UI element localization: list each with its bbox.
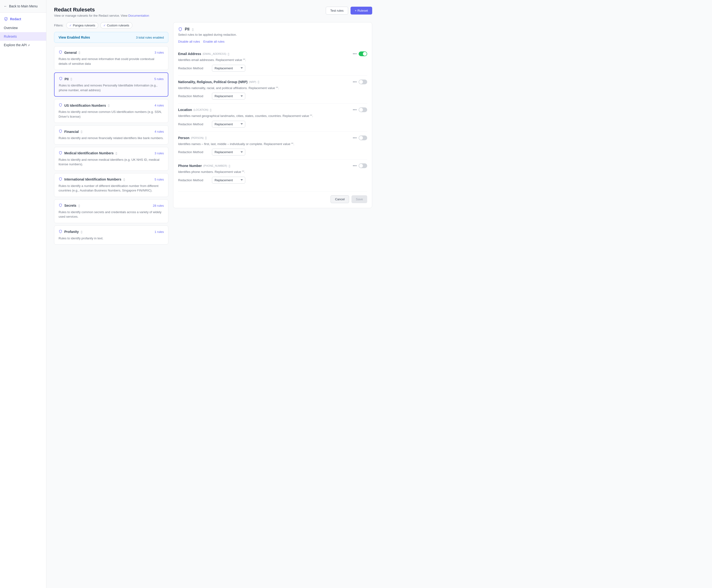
ruleset-count: 5 rules [154,77,164,81]
save-button[interactable]: Save [352,195,367,203]
ruleset-name: General [64,51,77,55]
rule-tag: (LOCATION) [193,108,208,111]
page-subtitle: View or manage rulesets for the Redact s… [54,14,149,17]
ruleset-name: Medical Identification Numbers [64,151,113,155]
rule-tag: (EMAIL_ADDRESS) [203,52,227,55]
rule-actions: ••• [353,135,367,140]
content-layout: Filters: ✓Pangea rulesets✓Custom ruleset… [54,22,372,247]
redact-icon [4,17,8,21]
ruleset-card-us-id[interactable]: US Identification Numbers ▯ 4 rules Rule… [54,99,168,123]
ruleset-name: US Identification Numbers [64,104,106,107]
pii-icon [178,27,183,31]
redaction-method-select[interactable]: Replacement Masking Hashing [212,149,245,155]
redaction-method-label: Redaction Method [178,66,209,70]
back-arrow-icon: ← [4,4,7,8]
test-rules-button[interactable]: Test rules [326,7,348,15]
ruleset-desc: Rules to identifies and removes Personal… [59,83,164,92]
back-label: Back to Main Menu [9,4,38,8]
rule-more-icon[interactable]: ••• [353,108,357,112]
sidebar-item-overview[interactable]: Overview [0,24,46,32]
page-header: Redact Rulesets View or manage rulesets … [54,7,372,17]
add-ruleset-button[interactable]: + Ruleset [351,7,372,15]
page-title-section: Redact Rulesets View or manage rulesets … [54,7,149,17]
rule-toggle[interactable] [359,163,367,168]
redaction-method-select[interactable]: Replacement Masking Hashing [212,177,245,184]
external-link-icon: ↗ [28,44,30,47]
filter-chip-custom[interactable]: ✓Custom rulesets [100,22,132,28]
rule-copy-icon[interactable]: ▯ [229,164,230,168]
enable-all-button[interactable]: Enable all rules [203,40,225,43]
rule-name: Nationality, Religious, Political Group … [178,80,247,84]
rule-copy-icon[interactable]: ▯ [258,80,259,84]
rule-more-icon[interactable]: ••• [353,80,357,84]
rule-method: Redaction Method Replacement Masking Has… [178,177,367,184]
copy-icon[interactable]: ▯ [123,178,125,181]
copy-icon[interactable]: ▯ [81,230,82,234]
redaction-method-label: Redaction Method [178,150,209,154]
rule-more-icon[interactable]: ••• [353,136,357,140]
rule-method: Redaction Method Replacement Masking Has… [178,65,367,72]
ruleset-card-profanity[interactable]: Profanity ▯ 1 rules Rules to identify pr… [54,226,168,245]
right-panel: PII ▯ Select rules to be applied during … [173,22,372,208]
rule-copy-icon[interactable]: ▯ [228,52,229,56]
rule-name: Person [178,136,189,140]
copy-icon[interactable]: ▯ [81,130,82,133]
filters-label: Filters: [54,24,63,27]
ruleset-card-pii[interactable]: PII ▯ 5 rules Rules to identifies and re… [54,72,168,97]
copy-icon[interactable]: ▯ [79,51,80,54]
redaction-method-label: Redaction Method [178,122,209,126]
ruleset-card-general[interactable]: General ▯ 3 rules Rules to identify and … [54,46,168,70]
ruleset-name: Financial [64,130,79,133]
cancel-button[interactable]: Cancel [331,195,349,203]
rp-copy-icon[interactable]: ▯ [192,28,194,31]
rules-list: Email Address (EMAIL_ADDRESS) ▯ ••• Iden… [178,48,367,187]
rule-toggle[interactable] [359,135,367,140]
ruleset-desc: Rules to identify a number of different … [59,184,164,193]
ruleset-card-financial[interactable]: Financial ▯ 4 rules Rules to identify an… [54,125,168,145]
ruleset-count: 4 rules [154,130,164,133]
back-button[interactable]: ← Back to Main Menu [0,0,46,13]
ruleset-cards-container: General ▯ 3 rules Rules to identify and … [54,46,168,245]
rule-item-nrp: Nationality, Religious, Political Group … [178,76,367,104]
redaction-method-select[interactable]: Replacement Masking Hashing [212,93,245,100]
rule-more-icon[interactable]: ••• [353,164,357,168]
ruleset-card-secrets[interactable]: Secrets ▯ 28 rules Rules to identify com… [54,200,168,223]
check-icon: ✓ [69,24,72,27]
rule-name: Phone Number [178,164,202,168]
redaction-method-select[interactable]: Replacement Masking Hashing [212,65,245,72]
rule-toggle[interactable] [359,107,367,112]
rule-desc: Identifies names – first, last, middle –… [178,142,367,146]
rule-toggle[interactable] [359,51,367,56]
disable-all-button[interactable]: Disable all rules [178,40,200,43]
sidebar-item-rulesets[interactable]: Rulesets [0,32,46,41]
page-title: Redact Rulesets [54,7,149,13]
rule-method: Redaction Method Replacement Masking Has… [178,121,367,128]
ruleset-icon [59,203,62,208]
ruleset-icon [59,151,62,155]
sidebar-section-redact: Redact [0,15,46,24]
rule-toggle[interactable] [359,80,367,84]
rule-method: Redaction Method Replacement Masking Has… [178,149,367,155]
rule-item-phone: Phone Number (PHONE_NUMBER) ▯ ••• Identi… [178,160,367,187]
rule-copy-icon[interactable]: ▯ [210,108,211,112]
copy-icon[interactable]: ▯ [78,204,80,207]
copy-icon[interactable]: ▯ [108,104,109,107]
sidebar-section-label: Redact [10,17,21,21]
redaction-method-select[interactable]: Replacement Masking Hashing [212,121,245,128]
sidebar-label: Explore the API [4,43,27,47]
rule-tag: (PERSON) [191,136,204,139]
rule-copy-icon[interactable]: ▯ [205,136,207,140]
ruleset-count: 28 rules [153,204,164,207]
rule-more-icon[interactable]: ••• [353,52,357,56]
ruleset-count: 3 rules [154,151,164,155]
copy-icon[interactable]: ▯ [70,77,72,81]
filter-chip-pangea[interactable]: ✓Pangea rulesets [66,22,98,28]
doc-link[interactable]: Documentation [128,14,149,17]
copy-icon[interactable]: ▯ [116,151,117,155]
ruleset-icon [59,103,62,108]
sidebar-item-explore-api[interactable]: Explore the API ↗ [0,41,46,49]
ruleset-card-intl-id[interactable]: International Identification Numbers ▯ 5… [54,173,168,197]
subtitle-text: View or manage rulesets for the Redact s… [54,14,127,17]
enabled-rules-banner[interactable]: View Enabled Rules 3 total rules enabled [54,32,168,43]
ruleset-card-medical[interactable]: Medical Identification Numbers ▯ 3 rules… [54,147,168,171]
